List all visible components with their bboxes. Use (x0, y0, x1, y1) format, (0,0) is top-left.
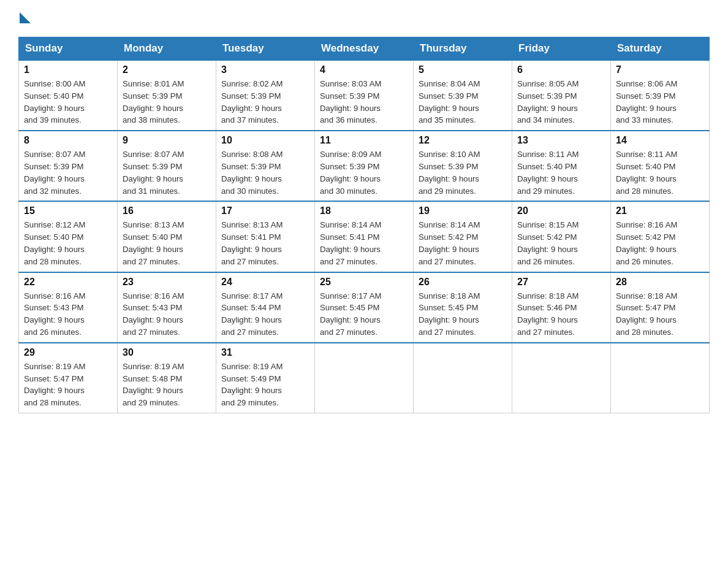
day-info: Sunrise: 8:16 AM Sunset: 5:43 PM Dayligh… (123, 290, 211, 339)
calendar-cell: 28 Sunrise: 8:18 AM Sunset: 5:47 PM Dayl… (611, 272, 710, 343)
day-number: 1 (24, 64, 112, 75)
weekday-tuesday: Tuesday (216, 37, 315, 61)
day-info: Sunrise: 8:19 AM Sunset: 5:48 PM Dayligh… (123, 361, 211, 409)
calendar-cell: 5 Sunrise: 8:04 AM Sunset: 5:39 PM Dayli… (414, 60, 512, 131)
day-number: 21 (616, 205, 704, 216)
day-info: Sunrise: 8:05 AM Sunset: 5:39 PM Dayligh… (517, 78, 605, 126)
calendar-cell: 20 Sunrise: 8:15 AM Sunset: 5:42 PM Dayl… (512, 201, 611, 272)
calendar-cell: 9 Sunrise: 8:07 AM Sunset: 5:39 PM Dayli… (118, 131, 216, 201)
day-number: 25 (320, 277, 408, 288)
calendar-week-5: 29 Sunrise: 8:19 AM Sunset: 5:47 PM Dayl… (19, 343, 710, 413)
day-number: 22 (24, 277, 112, 288)
calendar-cell: 10 Sunrise: 8:08 AM Sunset: 5:39 PM Dayl… (216, 131, 315, 201)
calendar-week-1: 1 Sunrise: 8:00 AM Sunset: 5:40 PM Dayli… (19, 60, 710, 131)
page-header (18, 12, 710, 25)
calendar-cell: 30 Sunrise: 8:19 AM Sunset: 5:48 PM Dayl… (118, 343, 216, 413)
day-info: Sunrise: 8:04 AM Sunset: 5:39 PM Dayligh… (419, 78, 507, 126)
weekday-header-row: SundayMondayTuesdayWednesdayThursdayFrid… (19, 37, 710, 61)
day-info: Sunrise: 8:18 AM Sunset: 5:46 PM Dayligh… (517, 290, 605, 339)
day-number: 4 (320, 64, 408, 75)
calendar-cell: 16 Sunrise: 8:13 AM Sunset: 5:40 PM Dayl… (118, 201, 216, 272)
logo-triangle-icon (20, 12, 31, 23)
day-info: Sunrise: 8:15 AM Sunset: 5:42 PM Dayligh… (517, 219, 605, 267)
day-info: Sunrise: 8:13 AM Sunset: 5:40 PM Dayligh… (123, 219, 211, 267)
calendar-cell: 13 Sunrise: 8:11 AM Sunset: 5:40 PM Dayl… (512, 131, 611, 201)
day-info: Sunrise: 8:07 AM Sunset: 5:39 PM Dayligh… (24, 148, 112, 197)
calendar-cell: 17 Sunrise: 8:13 AM Sunset: 5:41 PM Dayl… (216, 201, 315, 272)
weekday-monday: Monday (118, 37, 216, 61)
calendar-cell: 8 Sunrise: 8:07 AM Sunset: 5:39 PM Dayli… (19, 131, 118, 201)
calendar-cell: 11 Sunrise: 8:09 AM Sunset: 5:39 PM Dayl… (315, 131, 414, 201)
day-number: 3 (221, 64, 309, 75)
day-number: 18 (320, 205, 408, 216)
day-info: Sunrise: 8:00 AM Sunset: 5:40 PM Dayligh… (24, 78, 112, 126)
day-number: 28 (616, 277, 704, 288)
day-info: Sunrise: 8:11 AM Sunset: 5:40 PM Dayligh… (517, 148, 605, 197)
calendar-cell: 2 Sunrise: 8:01 AM Sunset: 5:39 PM Dayli… (118, 60, 216, 131)
calendar-cell: 21 Sunrise: 8:16 AM Sunset: 5:42 PM Dayl… (611, 201, 710, 272)
calendar-cell: 12 Sunrise: 8:10 AM Sunset: 5:39 PM Dayl… (414, 131, 512, 201)
calendar-cell: 26 Sunrise: 8:18 AM Sunset: 5:45 PM Dayl… (414, 272, 512, 343)
day-number: 16 (123, 205, 211, 216)
day-number: 23 (123, 277, 211, 288)
day-number: 12 (419, 135, 507, 146)
day-info: Sunrise: 8:19 AM Sunset: 5:47 PM Dayligh… (24, 361, 112, 409)
day-number: 9 (123, 135, 211, 146)
calendar-header: SundayMondayTuesdayWednesdayThursdayFrid… (19, 37, 710, 61)
calendar-cell: 14 Sunrise: 8:11 AM Sunset: 5:40 PM Dayl… (611, 131, 710, 201)
day-number: 31 (221, 347, 309, 358)
calendar-cell (414, 343, 512, 413)
calendar-cell: 24 Sunrise: 8:17 AM Sunset: 5:44 PM Dayl… (216, 272, 315, 343)
calendar-cell: 22 Sunrise: 8:16 AM Sunset: 5:43 PM Dayl… (19, 272, 118, 343)
day-info: Sunrise: 8:06 AM Sunset: 5:39 PM Dayligh… (616, 78, 704, 126)
day-number: 2 (123, 64, 211, 75)
day-info: Sunrise: 8:13 AM Sunset: 5:41 PM Dayligh… (221, 219, 309, 267)
day-number: 7 (616, 64, 704, 75)
weekday-saturday: Saturday (611, 37, 710, 61)
calendar-cell: 6 Sunrise: 8:05 AM Sunset: 5:39 PM Dayli… (512, 60, 611, 131)
day-number: 20 (517, 205, 605, 216)
day-number: 13 (517, 135, 605, 146)
calendar-cell: 29 Sunrise: 8:19 AM Sunset: 5:47 PM Dayl… (19, 343, 118, 413)
day-info: Sunrise: 8:07 AM Sunset: 5:39 PM Dayligh… (123, 148, 211, 197)
day-number: 29 (24, 347, 112, 358)
calendar-cell (512, 343, 611, 413)
calendar-cell: 15 Sunrise: 8:12 AM Sunset: 5:40 PM Dayl… (19, 201, 118, 272)
day-number: 11 (320, 135, 408, 146)
day-number: 26 (419, 277, 507, 288)
day-info: Sunrise: 8:17 AM Sunset: 5:44 PM Dayligh… (221, 290, 309, 339)
calendar-cell: 25 Sunrise: 8:17 AM Sunset: 5:45 PM Dayl… (315, 272, 414, 343)
day-number: 27 (517, 277, 605, 288)
day-number: 15 (24, 205, 112, 216)
calendar-week-3: 15 Sunrise: 8:12 AM Sunset: 5:40 PM Dayl… (19, 201, 710, 272)
weekday-wednesday: Wednesday (315, 37, 414, 61)
logo (18, 12, 32, 25)
day-number: 30 (123, 347, 211, 358)
day-info: Sunrise: 8:10 AM Sunset: 5:39 PM Dayligh… (419, 148, 507, 197)
day-info: Sunrise: 8:08 AM Sunset: 5:39 PM Dayligh… (221, 148, 309, 197)
day-info: Sunrise: 8:03 AM Sunset: 5:39 PM Dayligh… (320, 78, 408, 126)
calendar-cell: 4 Sunrise: 8:03 AM Sunset: 5:39 PM Dayli… (315, 60, 414, 131)
day-number: 10 (221, 135, 309, 146)
day-info: Sunrise: 8:16 AM Sunset: 5:43 PM Dayligh… (24, 290, 112, 339)
day-number: 5 (419, 64, 507, 75)
weekday-thursday: Thursday (414, 37, 512, 61)
calendar-week-2: 8 Sunrise: 8:07 AM Sunset: 5:39 PM Dayli… (19, 131, 710, 201)
day-number: 24 (221, 277, 309, 288)
calendar-cell: 27 Sunrise: 8:18 AM Sunset: 5:46 PM Dayl… (512, 272, 611, 343)
calendar-cell: 1 Sunrise: 8:00 AM Sunset: 5:40 PM Dayli… (19, 60, 118, 131)
weekday-sunday: Sunday (19, 37, 118, 61)
day-info: Sunrise: 8:18 AM Sunset: 5:47 PM Dayligh… (616, 290, 704, 339)
day-info: Sunrise: 8:18 AM Sunset: 5:45 PM Dayligh… (419, 290, 507, 339)
calendar-cell: 18 Sunrise: 8:14 AM Sunset: 5:41 PM Dayl… (315, 201, 414, 272)
calendar-cell (611, 343, 710, 413)
day-number: 14 (616, 135, 704, 146)
day-number: 17 (221, 205, 309, 216)
day-info: Sunrise: 8:14 AM Sunset: 5:42 PM Dayligh… (419, 219, 507, 267)
day-info: Sunrise: 8:01 AM Sunset: 5:39 PM Dayligh… (123, 78, 211, 126)
day-info: Sunrise: 8:14 AM Sunset: 5:41 PM Dayligh… (320, 219, 408, 267)
day-info: Sunrise: 8:16 AM Sunset: 5:42 PM Dayligh… (616, 219, 704, 267)
calendar-table: SundayMondayTuesdayWednesdayThursdayFrid… (18, 37, 710, 413)
day-number: 8 (24, 135, 112, 146)
calendar-body: 1 Sunrise: 8:00 AM Sunset: 5:40 PM Dayli… (19, 60, 710, 413)
